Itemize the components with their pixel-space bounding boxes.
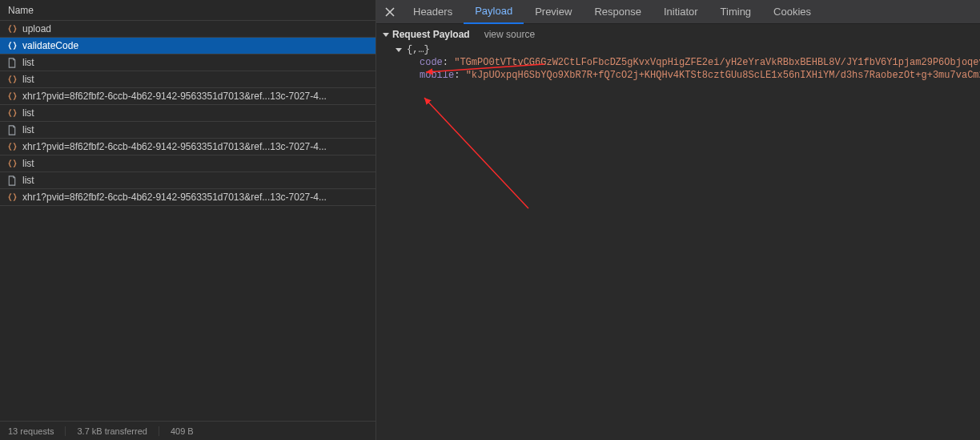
status-request-count: 13 requests xyxy=(8,426,66,436)
tab-preview[interactable]: Preview xyxy=(524,0,583,24)
request-payload-heading[interactable]: Request Payload xyxy=(383,29,470,40)
tab-cookies[interactable]: Cookies xyxy=(762,0,822,24)
json-key: code xyxy=(420,57,443,68)
json-icon xyxy=(6,91,18,102)
svg-line-1 xyxy=(424,98,528,208)
request-row[interactable]: list xyxy=(0,54,376,71)
request-row[interactable]: list xyxy=(0,172,376,189)
json-icon xyxy=(6,74,18,85)
detail-tabs: HeadersPayloadPreviewResponseInitiatorTi… xyxy=(376,0,980,24)
status-resources: 409 B xyxy=(171,426,205,436)
request-detail-panel: HeadersPayloadPreviewResponseInitiatorTi… xyxy=(376,0,980,440)
tab-response[interactable]: Response xyxy=(583,0,653,24)
tab-payload[interactable]: Payload xyxy=(464,0,524,24)
caret-down-icon xyxy=(396,48,402,52)
json-root-node[interactable]: {,…} xyxy=(396,43,980,56)
request-row-label: xhr1?pvid=8f62fbf2-6ccb-4b62-9142-956335… xyxy=(22,91,327,102)
tab-timing[interactable]: Timing xyxy=(709,0,763,24)
network-request-list-panel: Name uploadvalidateCodelistlistxhr1?pvid… xyxy=(0,0,376,440)
request-row-label: upload xyxy=(22,23,51,34)
request-row-label: list xyxy=(22,175,34,186)
request-row[interactable]: xhr1?pvid=8f62fbf2-6ccb-4b62-9142-956335… xyxy=(0,189,376,206)
request-row-label: xhr1?pvid=8f62fbf2-6ccb-4b62-9142-956335… xyxy=(22,141,327,152)
json-property[interactable]: code: "TGmPO0tVTtvCG6GzW2CtLFoFbcDZ5gKvx… xyxy=(396,56,980,69)
json-icon xyxy=(6,141,18,152)
request-row[interactable]: list xyxy=(0,71,376,88)
json-colon: : xyxy=(454,70,465,81)
payload-json-tree: {,…} code: "TGmPO0tVTtvCG6GzW2CtLFoFbcDZ… xyxy=(383,43,980,82)
json-colon: : xyxy=(443,57,454,68)
close-icon[interactable] xyxy=(381,3,399,21)
json-icon xyxy=(6,23,18,34)
request-row[interactable]: validateCode xyxy=(0,38,376,54)
tab-initiator[interactable]: Initiator xyxy=(653,0,709,24)
status-bar: 13 requests 3.7 kB transferred 409 B xyxy=(0,421,376,440)
request-list: uploadvalidateCodelistlistxhr1?pvid=8f62… xyxy=(0,21,376,421)
column-header-name[interactable]: Name xyxy=(0,0,376,21)
json-icon xyxy=(6,192,18,203)
caret-down-icon xyxy=(383,33,389,37)
view-source-link[interactable]: view source xyxy=(484,29,535,40)
json-value: "kJpUOxpqH6SbYQo9XbR7R+fQ7cO2j+KHQHv4KTS… xyxy=(466,70,980,81)
payload-section: Request Payload view source {,…} code: "… xyxy=(376,24,980,88)
request-row[interactable]: xhr1?pvid=8f62fbf2-6ccb-4b62-9142-956335… xyxy=(0,88,376,105)
request-row[interactable]: xhr1?pvid=8f62fbf2-6ccb-4b62-9142-956335… xyxy=(0,139,376,155)
request-row-label: list xyxy=(22,107,34,119)
json-value: "TGmPO0tVTtvCG6GzW2CtLFoFbcDZ5gKvxVqpHig… xyxy=(454,57,980,68)
document-icon xyxy=(6,57,18,68)
json-icon xyxy=(6,107,18,119)
request-row-label: xhr1?pvid=8f62fbf2-6ccb-4b62-9142-956335… xyxy=(22,192,327,203)
request-row-label: list xyxy=(22,74,34,85)
request-row-label: list xyxy=(22,158,34,169)
request-row-label: list xyxy=(22,124,34,135)
request-row[interactable]: list xyxy=(0,105,376,122)
request-row[interactable]: list xyxy=(0,155,376,172)
json-icon xyxy=(6,158,18,169)
json-root-summary: {,…} xyxy=(407,43,430,56)
request-row-label: validateCode xyxy=(22,40,78,51)
document-icon xyxy=(6,175,18,186)
section-title-text: Request Payload xyxy=(392,29,470,40)
status-transferred: 3.7 kB transferred xyxy=(77,426,159,436)
json-key: mobile xyxy=(420,70,454,81)
json-icon xyxy=(6,40,18,51)
tab-headers[interactable]: Headers xyxy=(402,0,464,24)
document-icon xyxy=(6,124,18,135)
request-row[interactable]: list xyxy=(0,122,376,139)
json-property[interactable]: mobile: "kJpUOxpqH6SbYQo9XbR7R+fQ7cO2j+K… xyxy=(396,69,980,82)
request-row-label: list xyxy=(22,57,34,68)
request-row[interactable]: upload xyxy=(0,21,376,38)
